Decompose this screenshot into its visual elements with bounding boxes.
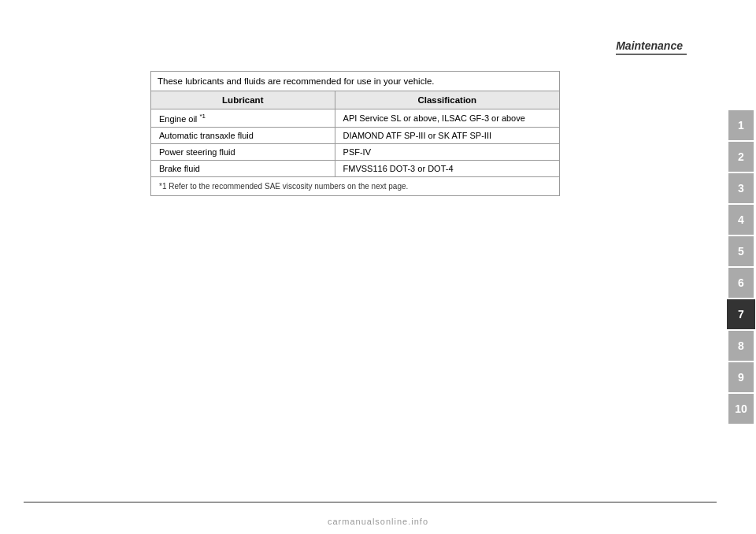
main-content: Maintenance These lubricants and fluids … [0, 0, 726, 534]
table-row: Automatic transaxle fluid DIAMOND ATF SP… [151, 127, 560, 143]
footnote-marker: *1 [199, 113, 206, 120]
footnote-text: *1 Refer to the recommended SAE viscosit… [151, 176, 560, 195]
lubricant-cell: Engine oil *1 [151, 109, 335, 128]
chapter-tab-4[interactable]: 4 [728, 205, 754, 235]
chapter-tab-3[interactable]: 3 [728, 173, 754, 203]
classification-cell: DIAMOND ATF SP-III or SK ATF SP-III [335, 127, 559, 143]
page-container: Maintenance These lubricants and fluids … [0, 0, 756, 534]
table-row: Power steering fluid PSF-IV [151, 143, 560, 160]
chapter-tab-8[interactable]: 8 [728, 331, 754, 361]
chapter-tab-10[interactable]: 10 [728, 394, 754, 424]
table-container: These lubricants and fluids are recommen… [150, 71, 560, 196]
col-header-classification: Classification [335, 91, 559, 109]
table-row: Engine oil *1 API Service SL or above, I… [151, 109, 560, 128]
col-header-lubricant: Lubricant [151, 91, 335, 109]
lubricants-table: Lubricant Classification Engine oil *1 A… [150, 91, 560, 196]
footnote-row: *1 Refer to the recommended SAE viscosit… [151, 176, 560, 195]
chapter-tab-5[interactable]: 5 [728, 236, 754, 266]
chapter-tab-2[interactable]: 2 [728, 142, 754, 172]
intro-text: These lubricants and fluids are recommen… [150, 71, 560, 91]
chapter-tab-7[interactable]: 7 [727, 299, 755, 329]
watermark: carmanualsonline.info [328, 517, 428, 526]
page-header: Maintenance [24, 16, 687, 55]
table-header-row: Lubricant Classification [151, 91, 560, 109]
lubricant-cell: Automatic transaxle fluid [151, 127, 335, 143]
lubricant-cell: Power steering fluid [151, 143, 335, 160]
classification-cell: FMVSS116 DOT-3 or DOT-4 [335, 160, 559, 176]
bottom-line [24, 502, 717, 502]
chapter-tab-6[interactable]: 6 [728, 268, 754, 298]
section-title: Maintenance [616, 39, 687, 55]
table-row: Brake fluid FMVSS116 DOT-3 or DOT-4 [151, 160, 560, 176]
right-sidebar: 1 2 3 4 5 6 7 8 9 10 [726, 0, 756, 534]
classification-cell: API Service SL or above, ILSAC GF-3 or a… [335, 109, 559, 128]
chapter-tab-9[interactable]: 9 [728, 362, 754, 392]
chapter-tab-1[interactable]: 1 [728, 110, 754, 140]
classification-cell: PSF-IV [335, 143, 559, 160]
lubricant-cell: Brake fluid [151, 160, 335, 176]
